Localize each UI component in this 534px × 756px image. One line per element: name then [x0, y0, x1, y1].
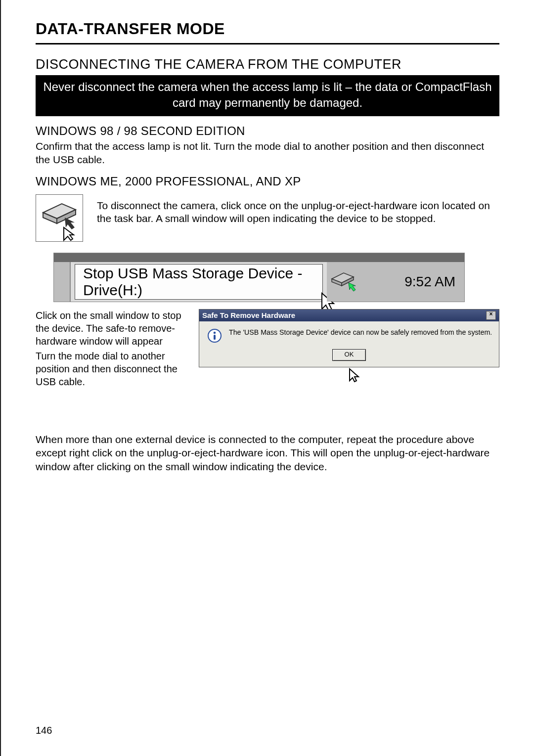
- footer-note: When more than one external device is co…: [36, 433, 499, 474]
- system-clock: 9:52 AM: [404, 274, 455, 290]
- info-icon: [207, 328, 222, 343]
- dialog-message: The 'USB Mass Storage Device' device can…: [229, 328, 492, 337]
- step-2-row: Click on the small window to stop the de…: [36, 309, 499, 388]
- winme-title: WINDOWS ME, 2000 PROFESSIONAL, AND XP: [36, 175, 499, 188]
- ok-button[interactable]: OK: [332, 349, 366, 361]
- eject-instruction-row: To disconnect the camera, click once on …: [36, 194, 499, 242]
- unplug-eject-hardware-icon: [36, 194, 83, 242]
- taskbar-left-stub: [54, 262, 71, 302]
- system-tray: 9:52 AM: [327, 262, 464, 302]
- page-number: 146: [36, 725, 52, 736]
- divider: [36, 43, 499, 44]
- step2-text-a: Click on the small window to stop the de…: [36, 309, 189, 348]
- step2-text-b: Turn the mode dial to another position a…: [36, 350, 189, 388]
- stop-device-tooltip[interactable]: Stop USB Mass Storage Device - Drive(H:): [75, 264, 323, 300]
- svg-rect-9: [214, 335, 216, 340]
- warning-banner: Never disconnect the camera when the acc…: [36, 75, 499, 116]
- section-title: DISCONNECTING THE CAMERA FROM THE COMPUT…: [36, 57, 499, 72]
- taskbar-screenshot: Stop USB Mass Storage Device - Drive(H:)…: [53, 253, 465, 302]
- win98-body: Confirm that the access lamp is not lit.…: [36, 140, 499, 167]
- unplug-eject-hardware-tray-icon[interactable]: [329, 269, 358, 294]
- dialog-title: Safe To Remove Hardware: [202, 311, 295, 319]
- mode-title: Data-Transfer Mode: [36, 20, 499, 38]
- safe-remove-dialog: Safe To Remove Hardware × The 'USB Mass …: [199, 309, 499, 367]
- svg-point-8: [214, 331, 216, 334]
- cursor-icon: [348, 368, 362, 383]
- stop-device-tooltip-text: Stop USB Mass Storage Device - Drive(H:): [83, 265, 322, 299]
- winme-body: To disconnect the camera, click once on …: [97, 199, 499, 226]
- dialog-close-button[interactable]: ×: [486, 311, 496, 320]
- dialog-titlebar: Safe To Remove Hardware ×: [199, 310, 499, 321]
- manual-page: Data-Transfer Mode DISCONNECTING THE CAM…: [0, 0, 534, 756]
- win98-title: WINDOWS 98 / 98 SECOND EDITION: [36, 124, 499, 138]
